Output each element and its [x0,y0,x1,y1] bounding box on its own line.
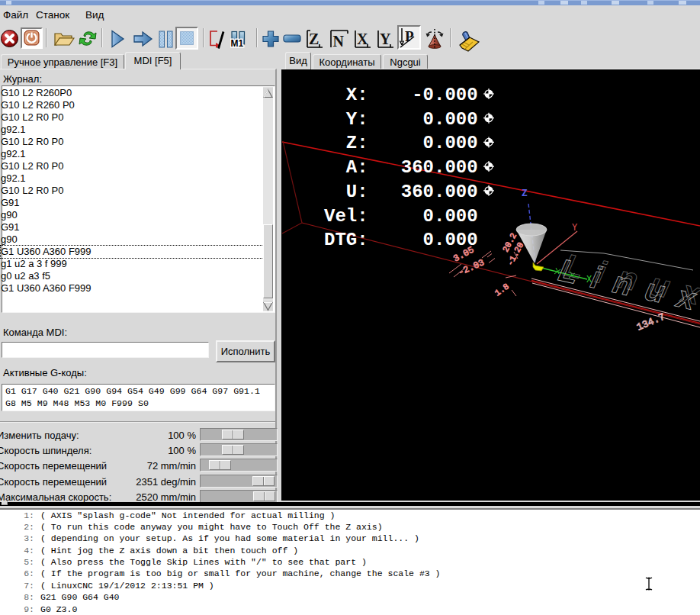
svg-text:Y: Y [380,31,391,47]
svg-text:N: N [333,33,345,50]
svg-text:P: P [405,28,414,44]
svg-text:U: 360.000: U: 360.000 [324,182,478,202]
svg-text:Vel: 0.000: Vel: 0.000 [324,206,478,227]
svg-text:X: X [357,31,368,47]
svg-text:DTG: 0.000: DTG: 0.000 [324,230,478,250]
svg-text:M1: M1 [231,38,244,49]
svg-text:1.8: 1.8 [493,282,511,298]
svg-text:X: -0.000: X: -0.000 [324,85,478,105]
svg-text:Y: 0.000: Y: 0.000 [324,109,478,130]
svg-text:Z: 0.000: Z: 0.000 [324,133,478,153]
svg-text:Z: Z [309,31,319,47]
svg-text:Y: Y [572,223,577,233]
svg-text:A: 360.000: A: 360.000 [324,157,478,178]
svg-text:Z: Z [522,188,528,199]
